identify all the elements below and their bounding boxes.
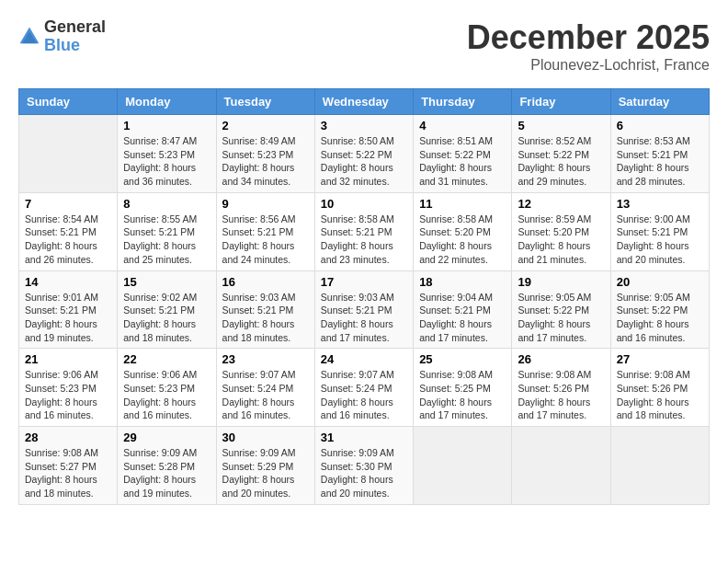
day-info: Sunrise: 9:08 AM Sunset: 5:27 PM Dayligh… [25, 446, 111, 500]
calendar-cell: 4Sunrise: 8:51 AM Sunset: 5:22 PM Daylig… [414, 115, 512, 193]
day-number: 29 [123, 431, 210, 444]
day-info: Sunrise: 9:03 AM Sunset: 5:21 PM Dayligh… [222, 291, 309, 345]
calendar-week-row: 28Sunrise: 9:08 AM Sunset: 5:27 PM Dayli… [19, 427, 710, 505]
day-info: Sunrise: 9:03 AM Sunset: 5:21 PM Dayligh… [321, 291, 407, 345]
day-info: Sunrise: 9:07 AM Sunset: 5:24 PM Dayligh… [321, 368, 407, 422]
calendar-cell: 29Sunrise: 9:09 AM Sunset: 5:28 PM Dayli… [118, 427, 216, 505]
day-info: Sunrise: 8:47 AM Sunset: 5:23 PM Dayligh… [123, 134, 210, 189]
day-number: 16 [222, 275, 309, 289]
day-info: Sunrise: 8:52 AM Sunset: 5:22 PM Dayligh… [518, 134, 604, 189]
calendar-cell: 8Sunrise: 8:55 AM Sunset: 5:21 PM Daylig… [118, 192, 216, 270]
day-number: 31 [321, 431, 407, 444]
calendar-cell: 2Sunrise: 8:49 AM Sunset: 5:23 PM Daylig… [216, 115, 314, 193]
day-number: 18 [419, 275, 506, 289]
day-number: 4 [419, 119, 506, 132]
title-block: December 2025 Plounevez-Lochrist, France [467, 18, 710, 74]
day-info: Sunrise: 9:07 AM Sunset: 5:24 PM Dayligh… [222, 368, 309, 422]
calendar-cell: 14Sunrise: 9:01 AM Sunset: 5:21 PM Dayli… [19, 270, 118, 349]
day-number: 5 [518, 119, 604, 132]
day-number: 3 [321, 119, 407, 132]
weekday-header: Thursday [414, 89, 512, 115]
day-info: Sunrise: 9:09 AM Sunset: 5:29 PM Dayligh… [222, 446, 309, 500]
calendar-table: SundayMondayTuesdayWednesdayThursdayFrid… [18, 88, 710, 505]
calendar-cell [512, 427, 610, 505]
calendar-cell: 31Sunrise: 9:09 AM Sunset: 5:30 PM Dayli… [314, 427, 413, 505]
day-info: Sunrise: 8:50 AM Sunset: 5:22 PM Dayligh… [321, 134, 407, 189]
calendar-week-row: 1Sunrise: 8:47 AM Sunset: 5:23 PM Daylig… [19, 115, 710, 193]
calendar-cell: 21Sunrise: 9:06 AM Sunset: 5:23 PM Dayli… [19, 349, 118, 427]
calendar-cell: 24Sunrise: 9:07 AM Sunset: 5:24 PM Dayli… [314, 349, 413, 427]
day-info: Sunrise: 9:05 AM Sunset: 5:22 PM Dayligh… [617, 291, 703, 345]
day-info: Sunrise: 9:09 AM Sunset: 5:28 PM Dayligh… [123, 446, 210, 500]
day-number: 27 [617, 352, 703, 366]
day-number: 8 [123, 197, 210, 211]
day-info: Sunrise: 8:58 AM Sunset: 5:20 PM Dayligh… [419, 213, 506, 267]
calendar-cell [19, 115, 118, 193]
day-info: Sunrise: 8:55 AM Sunset: 5:21 PM Dayligh… [123, 213, 210, 267]
day-number: 1 [123, 119, 210, 132]
day-number: 25 [419, 352, 506, 366]
weekday-header: Monday [118, 89, 216, 115]
day-info: Sunrise: 8:56 AM Sunset: 5:21 PM Dayligh… [222, 213, 309, 267]
calendar-cell: 27Sunrise: 9:08 AM Sunset: 5:26 PM Dayli… [610, 349, 709, 427]
calendar-cell: 13Sunrise: 9:00 AM Sunset: 5:21 PM Dayli… [610, 192, 709, 270]
weekday-header: Tuesday [216, 89, 314, 115]
calendar-cell: 18Sunrise: 9:04 AM Sunset: 5:21 PM Dayli… [414, 270, 512, 349]
logo-general-text: General [44, 18, 106, 37]
day-info: Sunrise: 9:08 AM Sunset: 5:26 PM Dayligh… [518, 368, 604, 422]
day-info: Sunrise: 9:02 AM Sunset: 5:21 PM Dayligh… [123, 291, 210, 345]
calendar-cell: 19Sunrise: 9:05 AM Sunset: 5:22 PM Dayli… [512, 270, 610, 349]
weekday-header: Wednesday [314, 89, 413, 115]
logo: General Blue [18, 18, 106, 55]
location-text: Plounevez-Lochrist, France [467, 57, 710, 74]
calendar-cell: 11Sunrise: 8:58 AM Sunset: 5:20 PM Dayli… [414, 192, 512, 270]
calendar-week-row: 7Sunrise: 8:54 AM Sunset: 5:21 PM Daylig… [19, 192, 710, 270]
day-info: Sunrise: 9:05 AM Sunset: 5:22 PM Dayligh… [518, 291, 604, 345]
calendar-cell: 20Sunrise: 9:05 AM Sunset: 5:22 PM Dayli… [610, 270, 709, 349]
calendar-cell: 5Sunrise: 8:52 AM Sunset: 5:22 PM Daylig… [512, 115, 610, 193]
day-number: 11 [419, 197, 506, 211]
day-number: 20 [617, 275, 703, 289]
day-number: 2 [222, 119, 309, 132]
day-info: Sunrise: 9:06 AM Sunset: 5:23 PM Dayligh… [123, 368, 210, 422]
day-number: 19 [518, 275, 604, 289]
day-info: Sunrise: 8:58 AM Sunset: 5:21 PM Dayligh… [321, 213, 407, 267]
day-info: Sunrise: 8:54 AM Sunset: 5:21 PM Dayligh… [25, 213, 111, 267]
page-header: General Blue December 2025 Plounevez-Loc… [18, 18, 710, 74]
calendar-week-row: 14Sunrise: 9:01 AM Sunset: 5:21 PM Dayli… [19, 270, 710, 349]
logo-text: General Blue [44, 18, 106, 55]
day-info: Sunrise: 8:59 AM Sunset: 5:20 PM Dayligh… [518, 213, 604, 267]
day-number: 13 [617, 197, 703, 211]
calendar-cell: 10Sunrise: 8:58 AM Sunset: 5:21 PM Dayli… [314, 192, 413, 270]
calendar-cell: 16Sunrise: 9:03 AM Sunset: 5:21 PM Dayli… [216, 270, 314, 349]
calendar-cell: 22Sunrise: 9:06 AM Sunset: 5:23 PM Dayli… [118, 349, 216, 427]
day-info: Sunrise: 9:01 AM Sunset: 5:21 PM Dayligh… [25, 291, 111, 345]
day-number: 23 [222, 352, 309, 366]
calendar-cell: 3Sunrise: 8:50 AM Sunset: 5:22 PM Daylig… [314, 115, 413, 193]
logo-icon [18, 26, 40, 48]
calendar-cell: 30Sunrise: 9:09 AM Sunset: 5:29 PM Dayli… [216, 427, 314, 505]
day-info: Sunrise: 9:08 AM Sunset: 5:26 PM Dayligh… [617, 368, 703, 422]
day-info: Sunrise: 9:06 AM Sunset: 5:23 PM Dayligh… [25, 368, 111, 422]
day-number: 10 [321, 197, 407, 211]
day-number: 15 [123, 275, 210, 289]
calendar-cell [610, 427, 709, 505]
day-number: 7 [25, 197, 111, 211]
calendar-cell: 9Sunrise: 8:56 AM Sunset: 5:21 PM Daylig… [216, 192, 314, 270]
weekday-header: Friday [512, 89, 610, 115]
day-info: Sunrise: 9:08 AM Sunset: 5:25 PM Dayligh… [419, 368, 506, 422]
day-number: 30 [222, 431, 309, 444]
day-info: Sunrise: 8:51 AM Sunset: 5:22 PM Dayligh… [419, 134, 506, 189]
day-number: 26 [518, 352, 604, 366]
day-info: Sunrise: 9:04 AM Sunset: 5:21 PM Dayligh… [419, 291, 506, 345]
calendar-cell: 23Sunrise: 9:07 AM Sunset: 5:24 PM Dayli… [216, 349, 314, 427]
day-info: Sunrise: 8:49 AM Sunset: 5:23 PM Dayligh… [222, 134, 309, 189]
day-number: 17 [321, 275, 407, 289]
calendar-cell: 26Sunrise: 9:08 AM Sunset: 5:26 PM Dayli… [512, 349, 610, 427]
day-number: 21 [25, 352, 111, 366]
weekday-header: Saturday [610, 89, 709, 115]
calendar-cell: 7Sunrise: 8:54 AM Sunset: 5:21 PM Daylig… [19, 192, 118, 270]
day-number: 9 [222, 197, 309, 211]
weekday-header: Sunday [19, 89, 118, 115]
day-info: Sunrise: 8:53 AM Sunset: 5:21 PM Dayligh… [617, 134, 703, 189]
